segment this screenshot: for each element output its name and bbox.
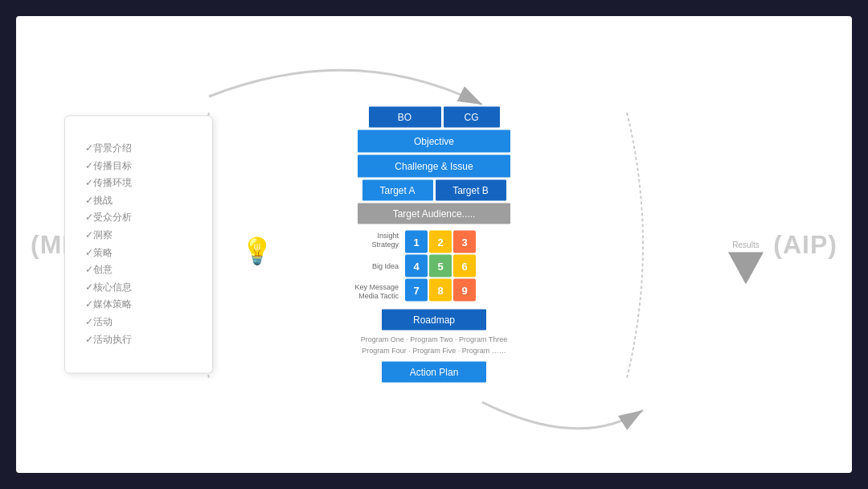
- challenge-block[interactable]: Challenge & Issue: [358, 155, 510, 178]
- checklist-item-3: ✓传播环境: [85, 175, 192, 193]
- grid-cells: 1 2 3 4 5 6 7 8 9: [405, 231, 476, 302]
- grid-label-bigidea: Big Idea: [346, 254, 402, 278]
- cg-block[interactable]: CG: [444, 107, 500, 128]
- cell-5[interactable]: 5: [429, 255, 452, 277]
- target-audience-row: Target Audience.....: [321, 203, 547, 224]
- checklist-item-10: ✓媒体策略: [85, 297, 192, 314]
- checklist-item-11: ✓活动: [85, 314, 192, 331]
- programs-line-2: Program Four · Program Five · Program ……: [362, 346, 506, 354]
- cell-1[interactable]: 1: [405, 231, 428, 253]
- checklist-item-1: ✓背景介绍: [85, 140, 192, 158]
- grid-label-keymessage: Key MessageMedia Tactic: [346, 280, 402, 304]
- bo-block[interactable]: BO: [369, 107, 441, 128]
- cell-8[interactable]: 8: [429, 279, 452, 302]
- cell-6[interactable]: 6: [453, 255, 476, 277]
- target-b-block[interactable]: Target B: [436, 180, 506, 201]
- cell-9[interactable]: 9: [453, 279, 476, 302]
- cell-4[interactable]: 4: [405, 255, 428, 277]
- checklist: ✓背景介绍 ✓传播目标 ✓传播环境 ✓挑战 ✓受众分析 ✓洞察 ✓策略 ✓创意 …: [85, 140, 192, 348]
- results-label: Results: [732, 240, 759, 249]
- checklist-item-8: ✓创意: [85, 262, 192, 280]
- target-a-block[interactable]: Target A: [362, 180, 433, 201]
- bulb-icon: 💡: [241, 236, 273, 266]
- objective-block[interactable]: Objective: [358, 130, 510, 153]
- target-ab-row: Target A Target B: [321, 180, 547, 201]
- objective-row: Objective: [321, 130, 547, 153]
- target-audience-block[interactable]: Target Audience.....: [358, 203, 510, 224]
- results-area: Results: [728, 240, 764, 285]
- checklist-item-9: ✓核心信息: [85, 279, 192, 297]
- cell-7[interactable]: 7: [405, 279, 428, 302]
- aip-label: (AIP): [773, 230, 837, 260]
- checklist-item-12: ✓活动执行: [85, 331, 192, 349]
- grid-labels: InsightStrategy Big Idea Key MessageMedi…: [346, 228, 402, 304]
- programs-text: Program One · Program Two · Program Thre…: [361, 335, 508, 356]
- checklist-item-2: ✓传播目标: [85, 158, 192, 175]
- center-diagram: BO CG Objective Challenge & Issue Target…: [321, 107, 547, 383]
- bo-cg-row: BO CG: [321, 107, 547, 128]
- cell-2[interactable]: 2: [429, 231, 452, 253]
- left-panel: ✓背景介绍 ✓传播目标 ✓传播环境 ✓挑战 ✓受众分析 ✓洞察 ✓策略 ✓创意 …: [64, 115, 213, 373]
- checklist-item-6: ✓洞察: [85, 227, 192, 244]
- down-arrow: [728, 253, 764, 285]
- grid-section: InsightStrategy Big Idea Key MessageMedi…: [346, 228, 522, 304]
- challenge-row: Challenge & Issue: [321, 155, 547, 178]
- action-plan-row: Action Plan: [321, 360, 547, 383]
- roadmap-row: Roadmap: [321, 306, 547, 331]
- programs-line-1: Program One · Program Two · Program Thre…: [361, 335, 508, 343]
- checklist-item-7: ✓策略: [85, 244, 192, 262]
- grid-label-insight: InsightStrategy: [346, 228, 402, 253]
- cell-3[interactable]: 3: [453, 231, 476, 253]
- action-plan-block[interactable]: Action Plan: [382, 362, 486, 383]
- roadmap-block[interactable]: Roadmap: [382, 310, 486, 331]
- checklist-item-4: ✓挑战: [85, 192, 192, 210]
- checklist-item-5: ✓受众分析: [85, 210, 192, 228]
